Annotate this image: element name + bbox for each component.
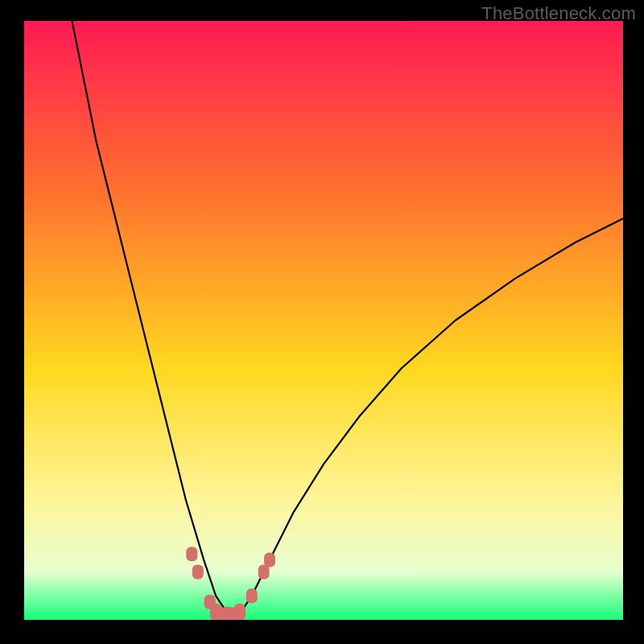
trough-bar [210,608,246,620]
trough-marker [246,588,258,603]
chart-frame: TheBottleneck.com [0,0,644,644]
trough-marker [192,565,204,580]
trough-marker [264,553,275,568]
chart-svg [24,21,623,620]
trough-marker [186,547,197,561]
plot-area [24,21,623,620]
gradient-background [24,21,623,620]
